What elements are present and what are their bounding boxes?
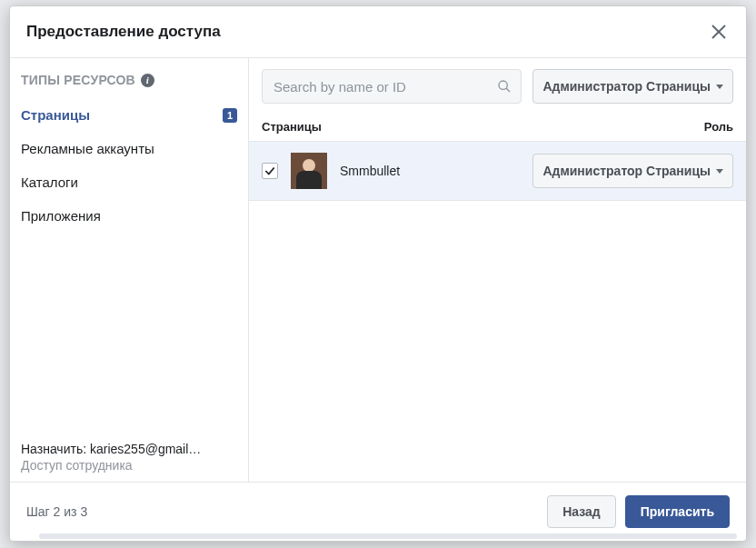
row-checkbox[interactable] bbox=[262, 163, 278, 179]
avatar bbox=[291, 153, 327, 189]
sidebar-item-pages[interactable]: Страницы 1 bbox=[10, 98, 248, 132]
sidebar-heading-text: ТИПЫ РЕСУРСОВ bbox=[21, 73, 135, 87]
info-icon[interactable]: i bbox=[141, 74, 154, 87]
column-name: Страницы bbox=[262, 120, 524, 134]
chevron-down-icon bbox=[716, 169, 723, 174]
modal-header: Предоставление доступа bbox=[10, 6, 746, 58]
sidebar-item-label: Каталоги bbox=[21, 174, 78, 190]
sidebar-item-catalogs[interactable]: Каталоги bbox=[10, 165, 248, 199]
sidebar-item-label: Приложения bbox=[21, 208, 101, 224]
step-indicator: Шаг 2 из 3 bbox=[26, 504, 87, 519]
sidebar-item-label: Рекламные аккаунты bbox=[21, 141, 154, 156]
table-header: Страницы Роль bbox=[249, 115, 746, 142]
close-icon bbox=[708, 21, 730, 43]
global-role-label: Администратор Страницы bbox=[542, 79, 711, 94]
access-type-label: Доступ сотрудника bbox=[21, 458, 237, 473]
row-name: Smmbullet bbox=[340, 164, 520, 178]
back-button[interactable]: Назад bbox=[547, 495, 616, 528]
search-field[interactable] bbox=[262, 69, 522, 104]
global-role-dropdown[interactable]: Администратор Страницы bbox=[532, 69, 733, 104]
check-icon bbox=[264, 164, 276, 177]
sidebar: ТИПЫ РЕСУРСОВ i Страницы 1 Рекламные акк… bbox=[10, 58, 249, 482]
sidebar-heading: ТИПЫ РЕСУРСОВ i bbox=[10, 58, 248, 98]
row-role-label: Администратор Страницы bbox=[542, 164, 711, 178]
modal-footer: Шаг 2 из 3 Назад Пригласить bbox=[10, 482, 746, 541]
row-role-dropdown[interactable]: Администратор Страницы bbox=[532, 154, 733, 188]
horizontal-scrollbar[interactable] bbox=[39, 533, 737, 539]
assign-to-label: Назначить: karies255@gmail… bbox=[21, 442, 237, 456]
chevron-down-icon bbox=[716, 85, 723, 89]
sidebar-item-badge: 1 bbox=[223, 108, 237, 123]
close-button[interactable] bbox=[708, 21, 730, 43]
modal-title: Предоставление доступа bbox=[26, 23, 221, 41]
sidebar-item-label: Страницы bbox=[21, 107, 90, 123]
table-row: Smmbullet Администратор Страницы bbox=[249, 142, 746, 201]
sidebar-footer: Назначить: karies255@gmail… Доступ сотру… bbox=[10, 434, 248, 482]
search-input[interactable] bbox=[274, 79, 488, 95]
column-role: Роль bbox=[524, 120, 733, 134]
sidebar-item-apps[interactable]: Приложения bbox=[10, 199, 248, 233]
grant-access-modal: Предоставление доступа ТИПЫ РЕСУРСОВ i С… bbox=[9, 5, 747, 542]
invite-button[interactable]: Пригласить bbox=[625, 495, 730, 528]
main-toolbar: Администратор Страницы bbox=[249, 58, 746, 115]
svg-point-2 bbox=[499, 81, 507, 89]
modal-body: ТИПЫ РЕСУРСОВ i Страницы 1 Рекламные акк… bbox=[10, 58, 746, 482]
main-panel: Администратор Страницы Страницы Роль Smm… bbox=[249, 58, 746, 482]
sidebar-item-ad-accounts[interactable]: Рекламные аккаунты bbox=[10, 132, 248, 165]
search-icon bbox=[497, 79, 512, 94]
svg-line-3 bbox=[506, 88, 510, 92]
